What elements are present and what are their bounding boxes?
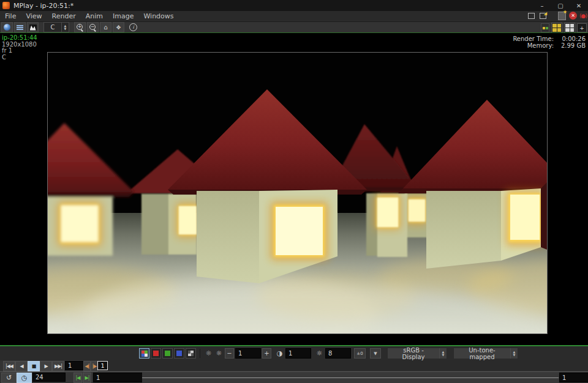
tonemap-value: Un-tone-mapped [454,347,510,360]
histogram-button[interactable] [27,22,39,32]
histogram-icon [29,24,37,31]
loop-mode-button[interactable]: ↺ [1,373,17,383]
render-stats-overlay: Render Time: 0:00:26 Memory: 2.99 GB [513,35,586,49]
range-start-input[interactable] [93,373,143,382]
record-icon[interactable]: (●) [579,13,587,19]
color-correct-icon[interactable]: ❋ [204,349,213,358]
menu-image[interactable]: Image [108,11,138,21]
contrast-input[interactable] [285,348,311,359]
fps-input[interactable] [32,373,66,382]
render-time-value: 0:00:26 [557,35,586,42]
correction-menu-button[interactable]: ▼ [370,348,381,359]
channel-value: C [44,24,61,31]
add-tile-icon[interactable]: + [577,23,587,32]
rgba-quad-icon [141,351,148,357]
colorspace-spinner[interactable]: ▲▼ [439,348,447,359]
minimize-button[interactable]: – [533,0,551,11]
mplay-window: MPlay - ip-20:51:* – ▢ ✕ File View Rende… [0,0,588,383]
red-channel-icon [153,351,159,356]
range-end-jump-button[interactable]: ▶| [83,373,91,383]
current-frame-marker[interactable]: 1 [97,361,108,370]
spacer [550,12,555,20]
delete-render-icon[interactable]: ✕ [569,12,577,20]
alpha-channel-icon [188,351,194,356]
detach-pane-icon[interactable] [527,12,536,20]
snapshot-icon[interactable]: ★ [557,12,567,20]
session-name: ip-20:51:44 [2,35,37,42]
tonemap-spinner[interactable]: ▲▼ [510,348,518,359]
zoom-out-icon: − [89,24,96,31]
home-icon: ⌂ [104,24,107,31]
info-icon: i [129,23,137,31]
range-end-input[interactable] [559,373,588,382]
tile-layout-active-icon[interactable] [551,23,562,33]
colorspace-select[interactable]: sRGB - Display ▲▼ [387,348,447,359]
menu-anim[interactable]: Anim [81,11,108,21]
whitepoint-input[interactable] [325,348,351,359]
tile-layout-icon[interactable] [564,23,575,33]
close-button[interactable]: ✕ [570,0,588,11]
blue-channel-icon [176,351,182,356]
window-title: MPlay - ip-20:51:* [13,2,74,10]
realtime-playback-button[interactable]: ◷ [17,373,32,383]
channel-red-button[interactable] [151,348,161,359]
edit-pane-icon[interactable]: ◢ [538,12,548,20]
timeline-ruler[interactable] [142,372,559,383]
render-time-label: Render Time: [513,35,554,42]
zoom-in-button[interactable]: + [74,22,86,32]
fit-icon: ✥ [116,24,121,31]
step-back-button[interactable]: ◀| [83,361,91,371]
go-to-first-frame-button[interactable]: |◀◀ [3,361,15,371]
channel-alpha-button[interactable] [186,348,196,359]
green-channel-icon [165,351,170,356]
menu-view[interactable]: View [21,11,47,21]
play-forward-button[interactable]: ▶ [40,361,52,371]
channel-layers-button[interactable] [14,22,26,32]
stop-button[interactable]: ■ [28,361,40,371]
play-backward-button[interactable]: ◀ [15,361,28,371]
menu-windows[interactable]: Windows [138,11,178,21]
menu-render[interactable]: Render [47,11,81,21]
menu-file[interactable]: File [0,11,21,21]
zoom-out-button[interactable]: − [87,22,99,32]
sequence-layout-icon[interactable] [541,23,549,32]
gamma-input[interactable] [235,348,261,359]
channel-blue-button[interactable] [174,348,184,359]
rendered-image[interactable] [48,53,547,333]
image-view-button[interactable] [1,22,13,32]
playbar-transport-row: |◀◀ ◀ ■ ▶ ▶▶| ◀| |▶ 1 [0,360,588,372]
render-sphere-icon [4,24,10,31]
view-toolbar: C ▲▼ + − ⌂ ✥ i [0,22,588,32]
display-correction-bar: ❋ ☼ − + ◑ ☼ ±0 ▼ sRGB - Display ▲▼ Un-to… [0,346,588,360]
info-button[interactable]: i [128,23,138,32]
home-view-button[interactable]: ⌂ [100,22,111,32]
current-frame-input[interactable] [65,361,85,370]
brightness-icon[interactable]: ☼ [214,349,224,358]
whitepoint-icon[interactable]: ☼ [315,349,324,358]
tonemap-select[interactable]: Un-tone-mapped ▲▼ [453,348,518,359]
go-to-last-frame-button[interactable]: ▶▶| [52,361,64,371]
colorspace-value: sRGB - Display [388,347,439,360]
memory-value: 2.99 GB [557,42,586,49]
divider [200,349,200,358]
gamma-decrement-button[interactable]: − [225,348,234,359]
playbar-range-row: ↺ ◷ |◀ ▶| [0,372,588,383]
channel-green-button[interactable] [162,348,173,359]
title-bar: MPlay - ip-20:51:* – ▢ ✕ [0,0,588,11]
channel-dropdown[interactable]: C ▲▼ [43,22,69,32]
timeline-track[interactable] [98,360,588,371]
menu-bar: File View Render Anim Image Windows [0,11,588,22]
channel-rgba-button[interactable] [139,348,149,359]
memory-label: Memory: [527,42,554,49]
image-info-overlay: ip-20:51:44 1920x1080 fr 1 C [2,35,37,61]
channel-spinner[interactable]: ▲▼ [61,23,69,32]
range-start-jump-button[interactable]: |◀ [74,373,82,383]
gamma-increment-button[interactable]: + [262,348,271,359]
frame-indicator: fr 1 [2,48,37,54]
fit-view-button[interactable]: ✥ [113,22,124,32]
layers-icon [17,25,23,30]
lut-button[interactable]: ±0 [354,348,366,359]
mplay-app-icon [2,2,10,9]
contrast-icon[interactable]: ◑ [275,349,284,358]
plane-indicator: C [2,54,37,61]
